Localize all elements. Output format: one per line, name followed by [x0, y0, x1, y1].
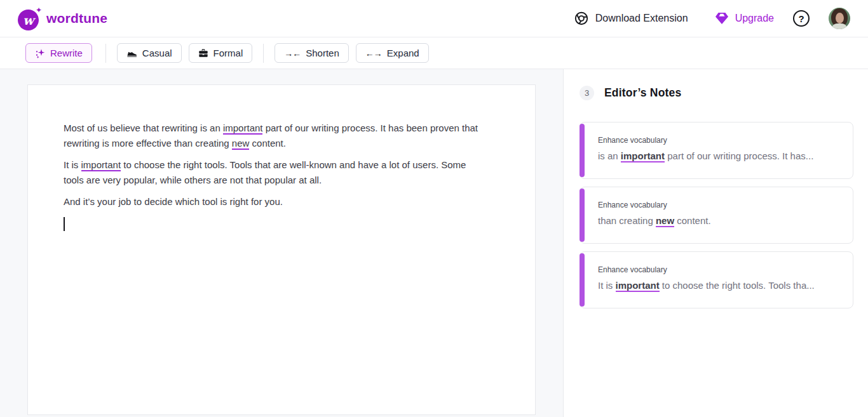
notes-count-badge: 3 [580, 86, 594, 100]
note-highlight-word[interactable]: important [616, 280, 660, 292]
rewrite-label: Rewrite [50, 48, 83, 58]
note-accent-bar [580, 189, 585, 242]
avatar-face [836, 13, 844, 23]
note-text: than creating [598, 215, 656, 226]
editor-content[interactable]: Most of us believe that rewriting is an … [64, 121, 488, 231]
header-actions: Download Extension Upgrade ? [574, 8, 850, 29]
wordtune-logo[interactable]: ✦ w wordtune [18, 6, 107, 31]
formal-label: Formal [214, 48, 243, 58]
download-extension-label: Download Extension [595, 13, 688, 24]
editor-text: Most of us believe that rewriting is an [64, 122, 223, 133]
expand-button[interactable]: ←→ Expand [356, 43, 429, 63]
briefcase-icon [198, 48, 208, 58]
main-area: Most of us believe that rewriting is an … [0, 69, 868, 417]
note-text: part of our writing process. It has... [665, 150, 813, 161]
rewrite-toolbar: Rewrite Casual Formal →← Shorten ←→ Expa… [0, 37, 868, 69]
editor-text: content. [249, 138, 286, 149]
note-highlight-word[interactable]: important [621, 150, 665, 162]
upgrade-label: Upgrade [735, 13, 774, 24]
suggestion-word[interactable]: new [232, 138, 250, 150]
editor-text: And it’s your job to decide which tool i… [64, 196, 283, 207]
note-text: to choose the right tools. Tools tha... [660, 280, 815, 291]
document-editor[interactable]: Most of us believe that rewriting is an … [27, 84, 536, 415]
notes-title: Editor’s Notes [604, 86, 681, 100]
editor-paragraph[interactable]: Most of us believe that rewriting is an … [64, 121, 488, 151]
editor-text: It is [64, 159, 81, 170]
toolbar-divider [263, 44, 264, 63]
text-cursor [64, 217, 65, 231]
note-text: It is [598, 280, 616, 291]
avatar-shirt [832, 23, 846, 29]
shorten-button[interactable]: →← Shorten [275, 43, 349, 63]
suggestion-word[interactable]: important [223, 122, 263, 135]
editor-paragraph[interactable]: It is important to choose the right tool… [64, 157, 488, 188]
sparkles-icon [35, 48, 45, 58]
note-snippet: than creating new content. [598, 215, 840, 226]
note-text: content. [674, 215, 711, 226]
app-header: ✦ w wordtune Download Extension Upgrade … [0, 0, 868, 37]
suggestion-word[interactable]: important [81, 159, 121, 171]
diamond-icon [715, 12, 729, 25]
note-category-label: Enhance vocabulary [598, 201, 840, 209]
note-card[interactable]: Enhance vocabularythan creating new cont… [580, 187, 853, 244]
note-highlight-word[interactable]: new [656, 215, 674, 227]
brand-wordmark: wordtune [46, 11, 107, 26]
rewrite-button[interactable]: Rewrite [25, 43, 92, 63]
editors-notes-panel: 3 Editor’s Notes Enhance vocabularyis an… [563, 69, 868, 417]
casual-button[interactable]: Casual [117, 43, 182, 63]
note-snippet: is an important part of our writing proc… [598, 150, 840, 161]
casual-label: Casual [142, 48, 172, 58]
note-accent-bar [580, 253, 585, 307]
shorten-arrows-icon: →← [284, 48, 301, 58]
expand-arrows-icon: ←→ [365, 48, 382, 58]
shorten-label: Shorten [306, 48, 339, 58]
note-text: is an [598, 150, 621, 161]
help-icon[interactable]: ? [793, 10, 810, 27]
expand-label: Expand [387, 48, 419, 58]
editor-text: to choose the right tools. Tools that ar… [64, 159, 466, 185]
download-extension-link[interactable]: Download Extension [574, 11, 688, 26]
logo-mark: ✦ w [18, 6, 41, 31]
user-avatar[interactable] [829, 8, 850, 29]
formal-button[interactable]: Formal [189, 43, 253, 63]
note-card[interactable]: Enhance vocabularyis an important part o… [580, 122, 853, 179]
notes-header: 3 Editor’s Notes [580, 86, 853, 100]
upgrade-link[interactable]: Upgrade [715, 12, 774, 25]
note-snippet: It is important to choose the right tool… [598, 280, 840, 291]
sneaker-icon [126, 48, 137, 58]
note-category-label: Enhance vocabulary [598, 265, 840, 274]
chrome-icon [574, 11, 589, 26]
toolbar-divider [105, 44, 106, 63]
notes-list: Enhance vocabularyis an important part o… [580, 122, 853, 308]
note-card[interactable]: Enhance vocabularyIt is important to cho… [580, 251, 853, 308]
note-category-label: Enhance vocabulary [598, 136, 840, 145]
note-accent-bar [580, 124, 585, 177]
editor-paragraph[interactable]: And it’s your job to decide which tool i… [64, 194, 488, 209]
logo-circle-icon: w [18, 10, 39, 30]
